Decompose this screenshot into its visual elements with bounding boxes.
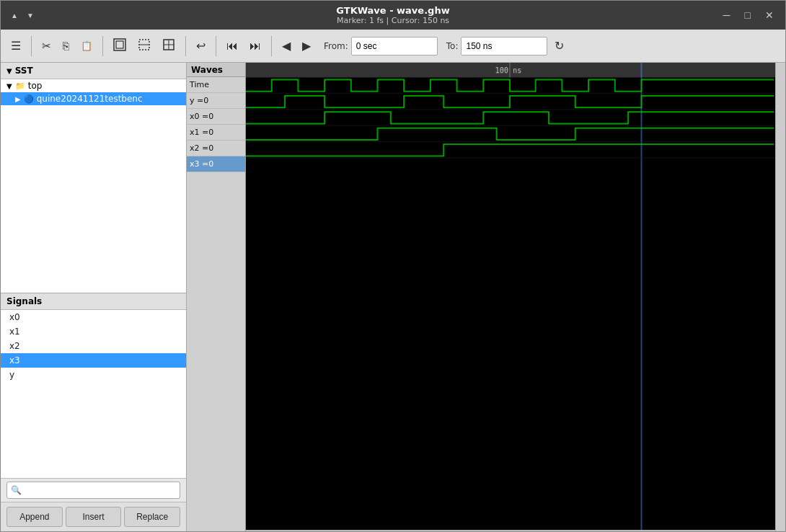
first-icon: ⏮ [226,40,238,53]
tree-arrow-quine: ▶ [15,95,21,103]
wave-signals-col: Waves Time y =0 x0 =0 x1 =0 [187,63,246,531]
first-button[interactable]: ⏮ [222,37,242,56]
prev-icon: ◀ [282,39,291,53]
paste-button[interactable]: 📋 [76,37,97,54]
main-content: ▼ SST ▼ 📁 top ▶ 🔵 quine20241121testbenc [1,63,785,531]
toolbar-sep-3 [185,36,186,56]
last-button[interactable]: ⏭ [245,37,265,56]
wave-row-label-x0: x0 =0 [190,112,213,121]
toolbar-sep-1 [31,36,32,56]
tree-item-top[interactable]: ▼ 📁 top [1,79,186,92]
zoom-fit-icon [113,38,126,54]
to-input[interactable] [461,37,547,56]
cut-button[interactable]: ✂ [37,37,56,56]
titlebar-arrows: ▲ ▼ [8,10,37,21]
right-panel: Waves Time y =0 x0 =0 x1 =0 [187,63,785,531]
signals-search-area: 🔍 [1,478,186,502]
wave-row-label-x1: x1 =0 [190,128,213,137]
zoom-cur-icon [162,38,175,54]
toolbar-sep-2 [102,36,103,56]
wave-row-x0: x0 =0 [187,109,245,125]
zoom-cur-button[interactable] [158,35,180,57]
wave-row-x2: x2 =0 [187,141,245,156]
wave-row-y: y =0 [187,93,245,109]
wave-row-x1: x1 =0 [187,125,245,141]
sst-arrow: ▼ [6,67,12,75]
signal-item-y[interactable]: y [1,368,186,382]
wave-signal-rows: Time y =0 x0 =0 x1 =0 x2 =0 [187,77,245,531]
signals-col-label: Waves [191,65,223,75]
maximize-button[interactable]: □ [741,8,755,22]
minimize-button[interactable]: ─ [719,8,735,22]
waveform-canvas[interactable] [246,63,775,530]
wave-signals-header: Waves [187,63,245,77]
from-input[interactable] [351,37,438,56]
left-panel: ▼ SST ▼ 📁 top ▶ 🔵 quine20241121testbenc [1,63,187,531]
signal-item-x2[interactable]: x2 [1,339,186,353]
next-button[interactable]: ▶ [298,36,315,56]
horizontal-scrollbar[interactable] [246,530,775,531]
paste-icon: 📋 [81,40,92,51]
sst-label: SST [15,66,33,76]
titlebar-arrow-down[interactable]: ▼ [24,10,37,21]
zoom-fit-button[interactable] [109,35,131,57]
folder-icon: 📁 [15,81,25,91]
sst-section: ▼ SST ▼ 📁 top ▶ 🔵 quine20241121testbenc [1,63,186,293]
tree-item-quine[interactable]: ▶ 🔵 quine20241121testbenc [1,92,186,105]
titlebar-center: GTKWave - wave.ghw Marker: 1 fs | Cursor… [336,5,449,25]
tree-label-quine: quine20241121testbenc [37,94,143,104]
wave-row-label-x3: x3 =0 [190,159,213,169]
toolbar-sep-5 [271,36,272,56]
svg-rect-1 [116,41,123,48]
titlebar: ▲ ▼ GTKWave - wave.ghw Marker: 1 fs | Cu… [1,1,785,30]
zoom-sel-button[interactable] [133,35,155,57]
copy-button[interactable]: ⎘ [58,37,74,55]
signals-list[interactable]: x0 x1 x2 x3 y [1,310,186,478]
prev-button[interactable]: ◀ [278,36,295,56]
signals-header: Signals [1,293,186,310]
next-icon: ▶ [302,39,311,53]
module-icon: 🔵 [24,94,34,104]
refresh-icon: ↻ [555,39,564,53]
signal-item-x1[interactable]: x1 [1,324,186,339]
append-button[interactable]: Append [6,507,63,527]
from-label: From: [324,41,348,51]
titlebar-arrow-up[interactable]: ▲ [8,10,21,21]
sst-tree[interactable]: ▼ 📁 top ▶ 🔵 quine20241121testbenc [1,79,186,293]
wave-row-label-x2: x2 =0 [190,143,213,153]
signals-search-input[interactable] [6,482,180,499]
copy-icon: ⎘ [63,40,69,52]
search-wrapper: 🔍 [6,482,180,499]
tree-label-top: top [28,81,43,91]
wave-row-time: Time [187,77,245,93]
signals-section: Signals x0 x1 x2 x3 y [1,293,186,531]
undo-button[interactable]: ↩ [192,36,210,56]
undo-icon: ↩ [196,39,206,53]
to-group: To: [446,37,548,56]
signal-label-x1: x1 [9,327,20,337]
titlebar-title: GTKWave - wave.ghw [336,5,449,16]
vertical-scrollbar[interactable] [775,63,785,531]
titlebar-subtitle: Marker: 1 fs | Cursor: 150 ns [336,16,449,25]
replace-button[interactable]: Replace [124,507,180,527]
sst-header: ▼ SST [1,63,186,79]
signal-label-y: y [9,370,14,380]
waveform-area [246,63,775,531]
titlebar-controls: ─ □ ✕ [719,8,778,22]
waves-area: Waves Time y =0 x0 =0 x1 =0 [187,63,785,531]
close-button[interactable]: ✕ [761,8,778,22]
signal-item-x3[interactable]: x3 [1,353,186,368]
signal-item-x0[interactable]: x0 [1,310,186,324]
menu-button[interactable]: ☰ [6,36,25,56]
wave-row-label-time: Time [190,80,209,89]
from-group: From: [324,37,438,56]
signal-label-x2: x2 [9,341,20,351]
insert-button[interactable]: Insert [66,507,122,527]
signal-label-x0: x0 [9,312,20,322]
zoom-sel-icon [138,38,151,54]
search-icon: 🔍 [11,485,22,495]
last-icon: ⏭ [250,40,261,53]
refresh-button[interactable]: ↻ [550,36,568,56]
tree-arrow-top: ▼ [6,82,12,90]
to-label: To: [446,41,459,51]
